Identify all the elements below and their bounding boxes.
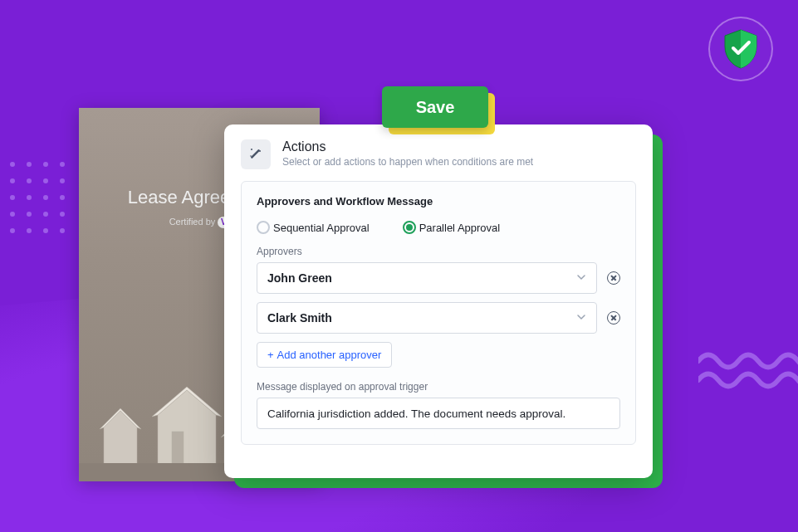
approvers-section: Approvers and Workflow Message Sequentia… <box>241 181 636 445</box>
add-another-approver-button[interactable]: + Add another approver <box>257 342 392 368</box>
magic-wand-icon <box>241 139 271 169</box>
svg-point-13 <box>250 155 252 157</box>
save-button[interactable]: Save <box>382 86 488 128</box>
decorative-wavy-lines <box>698 349 798 390</box>
actions-subtitle: Select or add actions to happen when con… <box>282 156 533 168</box>
radio-unchecked-icon <box>257 221 270 234</box>
remove-approver-button-1[interactable] <box>607 271 620 285</box>
actions-card: Actions Select or add actions to happen … <box>224 124 653 478</box>
actions-title: Actions <box>282 139 533 154</box>
chevron-down-icon <box>576 311 586 325</box>
approval-message-input[interactable] <box>257 398 620 429</box>
radio-parallel-approval[interactable]: Parallel Approval <box>403 221 501 234</box>
section-title: Approvers and Workflow Message <box>257 195 620 207</box>
message-label: Message displayed on approval trigger <box>257 381 620 393</box>
svg-point-12 <box>259 150 261 152</box>
approver-select-2[interactable]: Clark Smith <box>257 302 597 334</box>
svg-marker-2 <box>158 390 216 465</box>
svg-rect-10 <box>251 149 261 159</box>
plus-icon: + <box>267 349 274 361</box>
radio-sequential-approval[interactable]: Sequential Approval <box>257 221 370 234</box>
approver-select-1[interactable]: John Green <box>257 262 597 294</box>
remove-approver-button-2[interactable] <box>607 311 620 325</box>
radio-checked-icon <box>403 221 416 234</box>
svg-marker-0 <box>104 411 137 465</box>
svg-rect-8 <box>172 432 184 465</box>
security-shield-badge <box>708 17 773 81</box>
decorative-dot-grid <box>0 162 76 245</box>
chevron-down-icon <box>576 271 586 285</box>
approvers-label: Approvers <box>257 246 620 257</box>
svg-point-11 <box>251 149 252 150</box>
